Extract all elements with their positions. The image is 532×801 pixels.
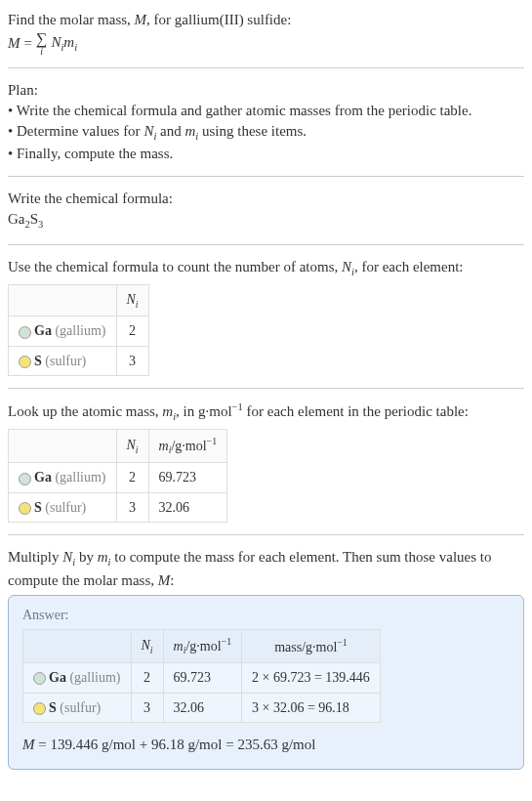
sigma-icon: ∑ i xyxy=(36,32,47,55)
plan-b2-suffix: using these items. xyxy=(198,123,307,139)
th-empty xyxy=(9,284,117,316)
intro-section: Find the molar mass, M, for gallium(III)… xyxy=(8,4,524,62)
th-Ni-N: N xyxy=(127,292,136,307)
count-suffix: , for each element: xyxy=(354,259,464,274)
eq-N: N xyxy=(51,34,61,50)
th-mi-exp: −1 xyxy=(207,436,217,446)
mass-m: m xyxy=(162,403,173,419)
th-Ni: Ni xyxy=(131,629,163,662)
compute-p1: Multiply xyxy=(8,549,62,565)
element-swatch-icon xyxy=(19,473,31,485)
th-mass-pre: mass/g·mol xyxy=(274,639,337,653)
th-Ni: Ni xyxy=(116,284,148,316)
cell-calc: 2 × 69.723 = 139.446 xyxy=(242,662,381,693)
element-swatch-icon xyxy=(19,502,31,515)
el-name: (gallium) xyxy=(55,323,105,338)
th-mi-unit: /g·mol xyxy=(185,638,221,653)
cell-element: S (sulfur) xyxy=(9,346,117,376)
intro-equation: M = ∑ i Nimi xyxy=(8,32,524,56)
cell-n: 2 xyxy=(131,662,163,693)
table-row: Ga (gallium) 2 xyxy=(9,316,149,347)
mass-line: Look up the atomic mass, mi, in g·mol−1 … xyxy=(8,400,524,425)
cell-calc: 3 × 32.06 = 96.18 xyxy=(242,693,381,723)
eq-equals: = xyxy=(24,33,32,54)
eq-term: Nimi xyxy=(51,32,77,56)
element-swatch-icon xyxy=(33,672,46,685)
cell-n: 3 xyxy=(116,346,148,376)
plan-section: Plan: • Write the chemical formula and g… xyxy=(8,74,524,171)
divider xyxy=(8,176,524,177)
eq-M: M xyxy=(8,33,20,54)
el-sym: Ga xyxy=(34,323,52,338)
table-row: Ga (gallium) 2 69.723 2 × 69.723 = 139.4… xyxy=(23,662,381,693)
plan-b2-m: m xyxy=(184,123,195,139)
count-prefix: Use the chemical formula to count the nu… xyxy=(8,259,342,274)
plan-b2-and: and xyxy=(156,123,184,139)
plan-bullet-2: • Determine values for Ni and mi using t… xyxy=(8,121,524,145)
th-mass: mass/g·mol−1 xyxy=(242,629,381,662)
plan-bullet-3: • Finally, compute the mass. xyxy=(8,144,524,164)
cell-element: Ga (gallium) xyxy=(9,316,117,347)
th-mi-unit: /g·mol xyxy=(171,439,206,453)
formula-ga: Ga xyxy=(8,211,25,227)
th-mass-exp: −1 xyxy=(337,637,347,648)
count-line: Use the chemical formula to count the nu… xyxy=(8,257,524,280)
count-table: Ni Ga (gallium) 2 S (sulfur) 3 xyxy=(8,284,149,377)
th-mi: mi/g·mol−1 xyxy=(148,430,226,463)
divider xyxy=(8,388,524,389)
compute-line: Multiply Ni by mi to compute the mass fo… xyxy=(8,547,524,591)
divider xyxy=(8,534,524,535)
cell-n: 3 xyxy=(131,693,163,723)
table-row: S (sulfur) 3 32.06 3 × 32.06 = 96.18 xyxy=(23,693,381,723)
element-swatch-icon xyxy=(33,702,46,715)
cell-m: 32.06 xyxy=(148,492,226,523)
answer-label: Answer: xyxy=(22,606,510,625)
el-sym: S xyxy=(49,700,57,715)
compute-N: N xyxy=(62,549,72,565)
th-mi-m: m xyxy=(174,638,184,653)
element-swatch-icon xyxy=(19,356,31,368)
compute-m: m xyxy=(98,549,108,565)
el-name: (gallium) xyxy=(69,670,120,685)
formula-s-n: 3 xyxy=(38,219,43,230)
answer-box: Answer: Ni mi/g·mol−1 mass/g·mol−1 Ga (g… xyxy=(8,595,524,770)
th-Ni: Ni xyxy=(116,430,148,463)
cell-n: 2 xyxy=(116,316,148,347)
intro-text: Find the molar mass, xyxy=(8,12,135,27)
th-empty xyxy=(23,629,132,662)
th-Ni-i: i xyxy=(136,299,139,310)
compute-p2: by xyxy=(75,549,98,565)
cell-element: Ga (gallium) xyxy=(23,662,132,693)
mass-mid: , in g·mol xyxy=(176,403,232,419)
chem-formula: Ga2S3 xyxy=(8,209,524,232)
final-eq: = 139.446 g/mol + 96.18 g/mol = 235.63 g… xyxy=(35,737,316,752)
eq-m: m xyxy=(63,34,74,50)
el-sym: Ga xyxy=(49,670,66,685)
mass-suffix: for each element in the periodic table: xyxy=(243,403,469,419)
count-N: N xyxy=(342,259,351,274)
el-name: (sulfur) xyxy=(45,500,86,515)
chem-formula-title: Write the chemical formula: xyxy=(8,189,524,209)
intro-M: M xyxy=(135,12,147,27)
el-sym: Ga xyxy=(34,470,52,485)
table-header-row: Ni xyxy=(9,284,149,316)
chem-formula-section: Write the chemical formula: Ga2S3 xyxy=(8,183,524,238)
th-mi-exp: −1 xyxy=(222,636,231,647)
final-M: M xyxy=(22,737,35,752)
compute-section: Multiply Ni by mi to compute the mass fo… xyxy=(8,541,524,776)
th-Ni-N: N xyxy=(127,438,136,452)
sigma-symbol: ∑ xyxy=(36,32,47,46)
cell-m: 69.723 xyxy=(148,463,226,493)
plan-bullet-1: • Write the chemical formula and gather … xyxy=(8,101,524,121)
plan-title: Plan: xyxy=(8,80,524,101)
cell-m: 69.723 xyxy=(163,662,241,693)
th-Ni-i: i xyxy=(136,444,139,455)
cell-element: S (sulfur) xyxy=(9,492,117,523)
answer-table: Ni mi/g·mol−1 mass/g·mol−1 Ga (gallium) … xyxy=(22,629,381,723)
divider xyxy=(8,67,524,68)
plan-b2-N: N xyxy=(143,123,153,139)
cell-n: 2 xyxy=(116,463,148,493)
el-name: (gallium) xyxy=(55,470,105,485)
th-mi-m: m xyxy=(159,439,169,453)
el-name: (sulfur) xyxy=(45,354,86,368)
